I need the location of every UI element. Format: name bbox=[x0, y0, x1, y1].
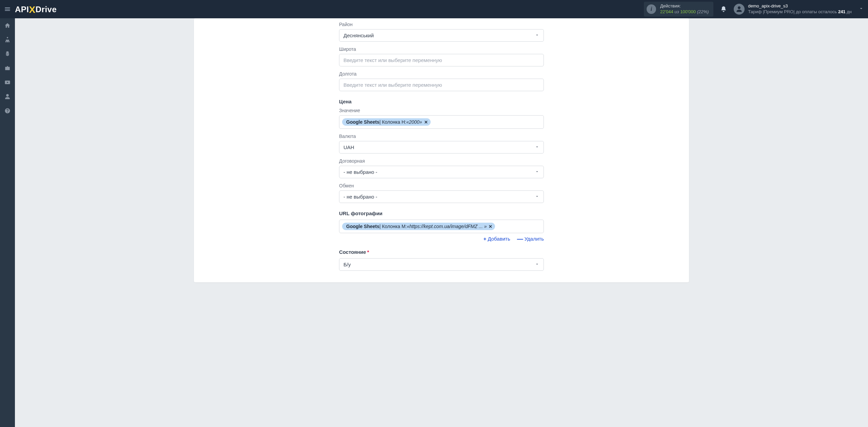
user-menu[interactable]: demo_apix-drive_s3 Тариф |Премиум PRO| д… bbox=[734, 3, 864, 15]
exchange-label: Обмен bbox=[339, 183, 544, 188]
actions-counter[interactable]: i Действия: 22'044 из 100'000 (22%) bbox=[644, 2, 713, 17]
actions-label: Действия: bbox=[660, 3, 709, 9]
chevron-down-icon bbox=[859, 6, 864, 13]
svg-rect-0 bbox=[7, 37, 8, 38]
info-icon: i bbox=[647, 4, 656, 14]
condition-label: Состояние* bbox=[339, 249, 544, 255]
value-input[interactable]: Google Sheets | Колонка H: «2000» ✕ bbox=[339, 115, 544, 129]
sidebar-connections[interactable] bbox=[0, 33, 15, 47]
currency-select[interactable]: UAH bbox=[339, 141, 544, 154]
chevron-down-icon bbox=[535, 262, 539, 267]
delete-button[interactable]: —Удалить bbox=[517, 236, 544, 242]
remove-tag-icon[interactable]: ✕ bbox=[424, 120, 428, 125]
photo-url-input[interactable]: Google Sheets | Колонка M: «https://kept… bbox=[339, 220, 544, 233]
chevron-down-icon bbox=[535, 194, 539, 200]
photo-tag: Google Sheets | Колонка M: «https://kept… bbox=[342, 223, 495, 230]
sidebar-video[interactable] bbox=[0, 75, 15, 89]
lon-input[interactable] bbox=[339, 79, 544, 91]
header-bar: APIXDrive i Действия: 22'044 из 100'000 … bbox=[0, 0, 868, 18]
remove-tag-icon[interactable]: ✕ bbox=[489, 224, 492, 229]
svg-rect-2 bbox=[7, 41, 8, 42]
value-label: Значение bbox=[339, 108, 544, 113]
currency-label: Валюта bbox=[339, 134, 544, 139]
sidebar-help[interactable] bbox=[0, 104, 15, 118]
sidebar-billing[interactable]: $ bbox=[0, 47, 15, 61]
sidebar-home[interactable] bbox=[0, 18, 15, 33]
logo: APIXDrive bbox=[15, 4, 57, 15]
negotiable-label: Договорная bbox=[339, 158, 544, 164]
chevron-down-icon bbox=[535, 144, 539, 150]
sidebar-account[interactable] bbox=[0, 89, 15, 104]
svg-rect-1 bbox=[5, 41, 6, 42]
lat-label: Широта bbox=[339, 46, 544, 52]
value-tag: Google Sheets | Колонка H: «2000» ✕ bbox=[342, 118, 431, 126]
actions-current: 22'044 bbox=[660, 9, 673, 14]
lat-input[interactable] bbox=[339, 54, 544, 66]
main-content: Район Деснянський Широта Долгота Цена bbox=[15, 18, 868, 427]
sidebar-services[interactable] bbox=[0, 61, 15, 75]
tariff-info: Тариф |Премиум PRO| до оплаты осталось 2… bbox=[748, 9, 852, 15]
district-select[interactable]: Деснянський bbox=[339, 29, 544, 42]
exchange-select[interactable]: - не выбрано - bbox=[339, 190, 544, 203]
actions-max: 100'000 bbox=[680, 9, 696, 14]
negotiable-select[interactable]: - не выбрано - bbox=[339, 166, 544, 178]
actions-pct: (22%) bbox=[697, 9, 709, 14]
photo-section-label: URL фотографии bbox=[339, 210, 544, 216]
menu-button[interactable] bbox=[0, 0, 15, 18]
avatar bbox=[734, 4, 745, 15]
add-button[interactable]: +Добавить bbox=[484, 236, 510, 242]
notifications-button[interactable] bbox=[718, 4, 729, 15]
lon-label: Долгота bbox=[339, 71, 544, 77]
sidebar: $ bbox=[0, 18, 15, 427]
svg-text:$: $ bbox=[6, 52, 9, 57]
chevron-down-icon bbox=[535, 33, 539, 38]
district-label: Район bbox=[339, 22, 544, 27]
svg-rect-3 bbox=[8, 41, 9, 42]
user-name: demo_apix-drive_s3 bbox=[748, 3, 852, 9]
price-section-label: Цена bbox=[339, 99, 544, 104]
chevron-down-icon bbox=[535, 169, 539, 175]
condition-select[interactable]: Б/у bbox=[339, 258, 544, 271]
